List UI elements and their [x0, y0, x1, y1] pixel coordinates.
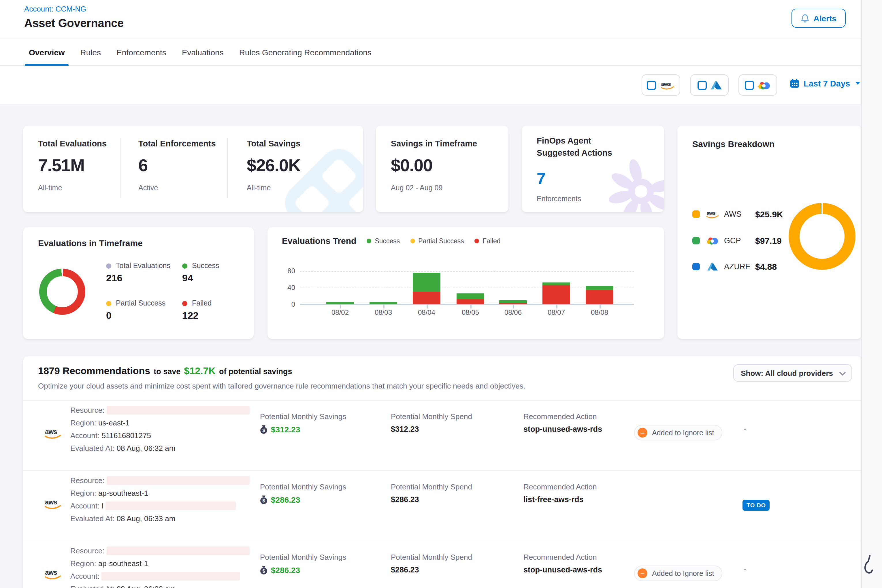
money-bag-icon: $	[260, 566, 267, 575]
bar-success	[499, 301, 527, 303]
aws-legend-label: AWS	[724, 210, 755, 219]
legend-total-evaluations: Total Evaluations 216	[106, 262, 170, 284]
finops-value: 7	[537, 170, 546, 188]
svg-text:aws: aws	[45, 569, 57, 576]
x-axis-label: 08/03	[365, 308, 402, 316]
savings-column-label: Potential Monthly Savings	[260, 412, 346, 421]
total-evaluations-value: 7.51M	[38, 156, 84, 175]
ignore-list-label: Added to Ignore list	[652, 429, 714, 436]
spend-value: $312.23	[391, 425, 419, 434]
recommendation-row[interactable]: aws Resource: Region: us-east-1 Account:…	[23, 400, 862, 470]
savings-value: $ $286.23	[260, 566, 300, 575]
x-axis-label: 08/05	[452, 308, 489, 316]
savings-column-label: Potential Monthly Savings	[260, 553, 346, 561]
recommended-action-value: list-free-aws-rds	[524, 495, 584, 504]
ignore-list-badge[interactable]: – Added to Ignore list	[634, 425, 722, 440]
evaluated-at-value: 08 Aug, 06:33 am	[117, 514, 176, 523]
filter-azure[interactable]	[690, 74, 729, 96]
x-tick	[383, 304, 384, 308]
total-savings-caption: All-time	[247, 184, 271, 192]
recommendations-count: 1879 Recommendations	[38, 366, 150, 377]
evaluations-timeframe-title: Evaluations in Timeframe	[38, 238, 142, 248]
filter-aws[interactable]: aws	[642, 74, 680, 96]
tab-overview[interactable]: Overview	[29, 39, 65, 65]
spend-value: $286.23	[391, 495, 419, 504]
recommendation-row[interactable]: aws Resource: Region: ap-southeast-1 Acc…	[23, 541, 862, 588]
tab-evaluations[interactable]: Evaluations	[182, 39, 224, 65]
aws-icon: aws	[44, 568, 62, 580]
bell-icon	[801, 14, 809, 23]
bar-failed	[586, 290, 614, 304]
savings-timeframe-caption: Aug 02 - Aug 09	[391, 184, 442, 192]
gcp-legend-value: $97.19	[755, 236, 782, 246]
breakdown-legend-aws: aws AWS $25.9K	[692, 209, 783, 219]
region-value: us-east-1	[98, 418, 129, 427]
alerts-button[interactable]: Alerts	[792, 9, 846, 28]
spend-column-label: Potential Monthly Spend	[391, 553, 472, 561]
evaluations-trend-card: Evaluations Trend Success Partial Succes…	[267, 227, 664, 339]
money-bag-icon: $	[260, 495, 267, 504]
page-header: Account: CCM-NG Asset Governance Alerts	[0, 0, 882, 39]
svg-text:aws: aws	[706, 210, 716, 216]
tab-rules-generating-recommendations[interactable]: Rules Generating Recommendations	[239, 39, 372, 65]
savings-value: $ $312.23	[260, 425, 300, 434]
bar-failed	[413, 291, 440, 304]
finops-caption: Enforcements	[537, 195, 581, 203]
azure-legend-value: $4.88	[755, 262, 777, 272]
aws-checkbox[interactable]	[647, 80, 656, 90]
spend-column-label: Potential Monthly Spend	[391, 412, 472, 421]
redacted-resource	[106, 546, 250, 555]
azure-checkbox[interactable]	[697, 80, 706, 90]
recommendations-headline: 1879 Recommendations to save $12.7K of p…	[38, 366, 292, 377]
breakdown-legend-azure: AZURE $4.88	[692, 262, 777, 272]
tab-bar: Overview Rules Enforcements Evaluations …	[0, 39, 882, 66]
chevron-down-icon	[855, 82, 860, 85]
x-axis-label: 08/08	[581, 308, 618, 316]
recommended-action-value: stop-unused-aws-rds	[524, 566, 602, 574]
total-savings-label: Total Savings	[247, 139, 300, 148]
account-value: 511616801275	[102, 431, 151, 440]
todo-badge[interactable]: TO DO	[742, 500, 770, 511]
bar-failed	[543, 286, 570, 304]
alerts-label: Alerts	[813, 14, 836, 23]
divider	[861, 0, 862, 588]
bar-success	[457, 293, 484, 299]
gcp-swatch	[692, 237, 700, 244]
date-range-label: Last 7 Days	[804, 79, 850, 88]
savings-timeframe-card: Savings in Timeframe $0.00 Aug 02 - Aug …	[376, 126, 508, 212]
guide-cursor-icon	[864, 555, 873, 588]
filter-gcp[interactable]	[738, 74, 777, 96]
bar-success	[413, 273, 440, 291]
calendar-icon	[790, 78, 800, 88]
potential-savings-amount: $12.7K	[184, 366, 216, 377]
gcp-legend-label: GCP	[724, 236, 755, 245]
date-range-picker[interactable]: Last 7 Days	[790, 78, 860, 88]
evaluations-donut-chart	[39, 268, 86, 315]
recommendations-subtitle: Optimize your cloud assets and minimize …	[38, 382, 525, 390]
svg-text:aws: aws	[45, 498, 57, 506]
account-value: I	[102, 501, 104, 510]
recommendation-row[interactable]: aws Resource: Region: ap-southeast-1 Acc…	[23, 470, 862, 541]
minus-icon: –	[638, 428, 647, 438]
divider	[120, 138, 120, 198]
redacted-account	[102, 572, 240, 580]
savings-breakdown-donut-chart	[789, 203, 855, 270]
scrollbar-gutter[interactable]	[862, 0, 882, 588]
svg-text:aws: aws	[45, 428, 57, 435]
redacted-resource	[106, 476, 250, 485]
ignore-list-badge[interactable]: – Added to Ignore list	[634, 566, 722, 581]
azure-swatch	[692, 263, 700, 270]
chevron-down-icon	[839, 372, 846, 376]
cloud-provider-select[interactable]: Show: All cloud providers	[733, 364, 852, 382]
account-breadcrumb[interactable]: Account: CCM-NG	[24, 4, 86, 13]
gcp-checkbox[interactable]	[745, 80, 754, 90]
total-enforcements-value: 6	[138, 156, 148, 175]
tab-enforcements[interactable]: Enforcements	[117, 39, 166, 65]
aws-swatch	[692, 210, 700, 218]
bar-failed	[457, 300, 484, 304]
evaluations-timeframe-card: Evaluations in Timeframe Total Evaluatio…	[23, 227, 254, 339]
tab-rules[interactable]: Rules	[80, 39, 101, 65]
cloud-provider-select-value: Show: All cloud providers	[741, 369, 833, 377]
recommended-action-value: stop-unused-aws-rds	[524, 425, 602, 434]
page-title: Asset Governance	[24, 17, 124, 30]
